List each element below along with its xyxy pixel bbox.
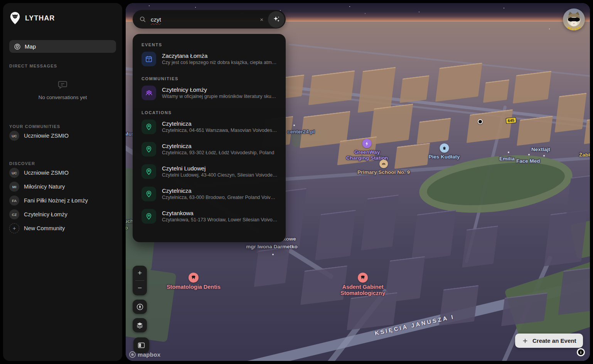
community-item-uczniowie-zsmio[interactable]: UC Uczniowie ZSMIO bbox=[3, 129, 122, 143]
community-avatar: FA bbox=[9, 195, 19, 206]
poi-pies-kudlaty[interactable]: Pies Kudłaty bbox=[428, 143, 460, 160]
road-shield-645: 645 bbox=[505, 117, 516, 124]
compass-button[interactable] bbox=[133, 300, 147, 314]
tooth-icon bbox=[189, 273, 199, 283]
your-communities-header: YOUR COMMUNITIES bbox=[9, 124, 122, 129]
sidebar: LYTHAR Map DIRECT MESSAGES No conversati… bbox=[3, 3, 122, 361]
map-label-face-med: Face Med bbox=[516, 158, 540, 164]
sparkles-icon bbox=[273, 15, 280, 23]
nav-item-map-label: Map bbox=[25, 43, 36, 50]
map-label-emilia: Emilia bbox=[499, 156, 515, 162]
community-name: Czytelnicy Łomży bbox=[24, 211, 67, 217]
map-building bbox=[517, 116, 553, 146]
result-event-zaczytana-lomza[interactable]: Zaczytana Łomża Czy jest coś lepszego ni… bbox=[133, 48, 286, 70]
map-info-button[interactable]: i bbox=[577, 348, 585, 356]
poi-primary-school[interactable]: Primary School No. 9 bbox=[357, 160, 410, 175]
map-attribution[interactable]: mapbox bbox=[129, 351, 160, 358]
community-name: Uczniowie ZSMIO bbox=[24, 170, 69, 176]
result-description: Czytelnicza, 04-651 Warszawa, Masovian V… bbox=[162, 127, 278, 134]
results-header-events: EVENTS bbox=[142, 42, 286, 47]
result-title: Zaczytana Łomża bbox=[162, 52, 278, 59]
map-building bbox=[501, 292, 548, 326]
plus-icon: + bbox=[9, 223, 19, 233]
direct-messages-header: DIRECT MESSAGES bbox=[9, 64, 122, 68]
result-location-2[interactable]: Czytelni Ludowej Czytelni Ludowej, 43-40… bbox=[133, 160, 286, 183]
app-logo-wolf-pin-icon bbox=[9, 12, 21, 25]
result-title: Czytelnicza bbox=[162, 142, 278, 150]
sidebar-toggle-button[interactable] bbox=[133, 337, 149, 353]
discover-header: DISCOVER bbox=[9, 161, 122, 166]
zoom-in-button[interactable]: + bbox=[133, 266, 147, 280]
result-title: Czytelnicza bbox=[162, 187, 278, 194]
ai-sparkles-button[interactable] bbox=[268, 11, 285, 28]
map-label-iwona-line2: mgr Iwona Darmetko bbox=[246, 244, 298, 249]
discover-item-milosnicy-natury[interactable]: MI Miłośnicy Natury bbox=[3, 180, 122, 194]
nav-item-map[interactable]: Map bbox=[9, 40, 116, 53]
search-clear-button[interactable]: × bbox=[255, 16, 268, 23]
map-building bbox=[417, 118, 451, 144]
layers-button[interactable] bbox=[133, 318, 147, 332]
location-pin-icon bbox=[142, 164, 156, 179]
result-location-4[interactable]: Czytankowa Czytankowa, 51-173 Wrocław, L… bbox=[133, 205, 286, 228]
create-event-label: Create an Event bbox=[532, 337, 576, 344]
location-pin-icon bbox=[142, 142, 156, 157]
discover-item-uczniowie-zsmio[interactable]: UC Uczniowie ZSMIO bbox=[3, 166, 122, 180]
discover-item-czytelnicy-lomzy[interactable]: CZ Czytelnicy Łomży bbox=[3, 207, 122, 221]
map-building bbox=[544, 210, 588, 266]
result-description: Czytelnicza, 63-000 Brodowo, Greater Pol… bbox=[162, 194, 278, 201]
school-icon bbox=[379, 160, 388, 168]
poi-stomatologia-dentis[interactable]: Stomatologia Dentis bbox=[167, 273, 221, 290]
tooth-icon bbox=[358, 273, 368, 283]
map-label-o: o bbox=[126, 225, 128, 231]
logo-row: LYTHAR bbox=[3, 3, 122, 25]
map-building bbox=[254, 247, 290, 287]
result-title: Czytankowa bbox=[162, 209, 278, 217]
map-panel[interactable]: 645 Mus center24.pl GreenWay Charging St… bbox=[126, 3, 590, 361]
map-label-zabka: Żabk bbox=[579, 152, 590, 158]
zoom-out-button[interactable]: − bbox=[133, 281, 147, 295]
result-community-czytelnicy-lomzy[interactable]: Czytelnicy Łomży Witamy w oficjalnej gru… bbox=[133, 82, 286, 104]
map-label-uch: uch bbox=[126, 218, 133, 224]
poi-greenway-charging-station[interactable]: GreenWay Charging Station bbox=[346, 139, 388, 161]
stars bbox=[149, 5, 150, 6]
shopping-bag-icon bbox=[440, 143, 449, 153]
poi-asdent-gabinet[interactable]: Asdent Gabinet Stomatologiczny bbox=[340, 273, 385, 296]
result-description: Czytankowa, 51-173 Wrocław, Lower Silesi… bbox=[162, 217, 278, 223]
map-building bbox=[399, 75, 429, 103]
map-location-ring-marker[interactable] bbox=[478, 119, 483, 124]
dm-empty-text: No conversations yet bbox=[3, 94, 122, 100]
map-building bbox=[435, 62, 482, 102]
result-description: Witamy w oficjalnej grupie miłośników li… bbox=[162, 93, 278, 100]
create-event-button[interactable]: Create an Event bbox=[515, 334, 583, 348]
map-building bbox=[347, 292, 397, 330]
zoom-control: + − bbox=[133, 266, 147, 295]
compass-icon bbox=[136, 303, 144, 311]
new-community-button[interactable]: + New Community bbox=[3, 221, 122, 235]
dm-empty-state: No conversations yet bbox=[3, 79, 122, 100]
user-avatar[interactable] bbox=[563, 8, 585, 30]
location-pin-icon bbox=[142, 187, 156, 201]
results-header-locations: LOCATIONS bbox=[142, 110, 286, 115]
map-pin-badge-icon bbox=[14, 43, 21, 50]
location-pin-icon bbox=[142, 120, 156, 134]
map-building bbox=[358, 67, 396, 113]
calendar-icon bbox=[142, 52, 156, 66]
layers-icon bbox=[136, 322, 143, 329]
discover-item-fani-pilki[interactable]: FA Fani Piłki Nożnej z Łomży bbox=[3, 194, 122, 207]
result-location-3[interactable]: Czytelnicza Czytelnicza, 63-000 Brodowo,… bbox=[133, 183, 286, 205]
new-community-label: New Community bbox=[24, 225, 65, 231]
result-location-0[interactable]: Czytelnicza Czytelnicza, 04-651 Warszawa… bbox=[133, 116, 286, 138]
community-name: Miłośnicy Natury bbox=[24, 184, 65, 190]
community-avatar: UC bbox=[9, 168, 19, 178]
search-input[interactable]: czyt bbox=[151, 16, 255, 23]
map-building bbox=[411, 209, 456, 260]
app-title: LYTHAR bbox=[25, 14, 55, 22]
panel-left-icon bbox=[138, 342, 145, 349]
result-title: Czytelnicza bbox=[162, 120, 278, 127]
result-description: Czytelnicza, 93-302 Łódź, Łódź Voivodesh… bbox=[162, 150, 278, 156]
result-location-1[interactable]: Czytelnicza Czytelnicza, 93-302 Łódź, Łó… bbox=[133, 138, 286, 160]
results-header-communities: COMMUNITIES bbox=[142, 76, 286, 81]
community-avatar: CZ bbox=[9, 209, 19, 219]
map-label-nextlajt: Nextlajt bbox=[531, 147, 550, 152]
map-building bbox=[308, 70, 355, 105]
